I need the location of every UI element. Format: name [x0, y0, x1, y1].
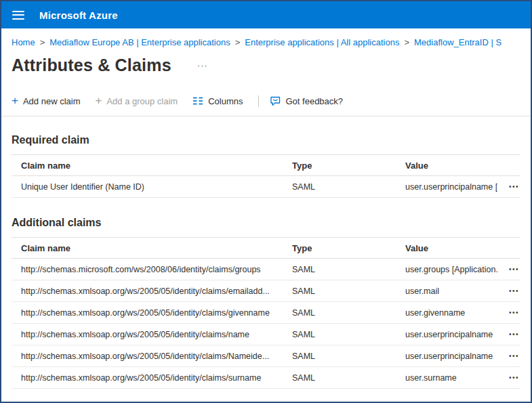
claim-value-cell: user.surname	[405, 373, 497, 383]
claim-type-cell: SAML	[292, 373, 405, 383]
page-header: Attributes & Claims ···	[1, 47, 531, 75]
page-title: Attributes & Claims	[12, 56, 171, 75]
table-row[interactable]: http://schemas.xmlsoap.org/ws/2005/05/id…	[12, 302, 520, 324]
add-icon: +	[95, 96, 102, 106]
row-more-button[interactable]: •••	[508, 284, 520, 297]
add-new-claim-label: Add new claim	[23, 96, 81, 106]
columns-button[interactable]: Columns	[192, 94, 243, 108]
claim-type-cell: SAML	[292, 265, 405, 274]
claim-value-cell: user.userprincipalname	[405, 352, 497, 361]
claim-name-cell: Unique User Identifier (Name ID)	[12, 182, 292, 192]
row-more-button[interactable]: •••	[508, 180, 520, 193]
topbar-title: Microsoft Azure	[39, 9, 118, 21]
table-row[interactable]: http://schemas.xmlsoap.org/ws/2005/05/id…	[12, 280, 520, 302]
table-row[interactable]: http://schemas.xmlsoap.org/ws/2005/05/id…	[12, 345, 520, 367]
breadcrumb-separator: >	[235, 37, 241, 47]
value-header: Value	[405, 161, 497, 171]
required-claim-table: Claim name Type Value Unique User Identi…	[12, 154, 520, 198]
claim-name-cell: http://schemas.xmlsoap.org/ws/2005/05/id…	[12, 308, 292, 318]
row-more-button[interactable]: •••	[508, 263, 520, 276]
breadcrumb-mediaflow-entraid[interactable]: Mediaflow_EntraID | S	[414, 37, 502, 47]
breadcrumb: Home > Mediaflow Europe AB | Enterprise …	[1, 28, 531, 47]
claim-type-cell: SAML	[292, 330, 405, 339]
table-row[interactable]: http://schemas.xmlsoap.org/ws/2005/05/id…	[12, 367, 520, 389]
claim-type-cell: SAML	[292, 308, 405, 318]
breadcrumb-separator: >	[40, 37, 45, 47]
table-header-row: Claim name Type Value	[12, 155, 520, 176]
feedback-icon	[270, 96, 281, 106]
claim-value-cell: user.givenname	[405, 308, 497, 318]
claim-name-cell: http://schemas.xmlsoap.org/ws/2005/05/id…	[12, 287, 292, 296]
claim-value-cell: user.mail	[405, 287, 497, 296]
type-header: Type	[292, 161, 405, 171]
row-more-button[interactable]: •••	[508, 349, 520, 362]
claim-value-cell: user.groups [Application...	[405, 265, 497, 274]
row-more-button[interactable]: •••	[508, 328, 520, 341]
azure-portal-window: Microsoft Azure Home > Mediaflow Europe …	[0, 0, 532, 403]
claim-value-cell: user.userprincipalname [...	[405, 182, 497, 192]
claim-type-cell: SAML	[292, 287, 405, 296]
row-more-button[interactable]: •••	[508, 371, 520, 384]
claim-type-cell: SAML	[292, 182, 405, 192]
value-header: Value	[405, 243, 497, 253]
toolbar-divider	[258, 96, 259, 107]
add-icon: +	[12, 96, 18, 106]
additional-claims-section-title: Additional claims	[1, 198, 531, 237]
breadcrumb-separator: >	[404, 37, 409, 47]
menu-icon[interactable]	[12, 11, 24, 20]
add-new-claim-button[interactable]: + Add new claim	[12, 95, 80, 108]
claim-name-cell: http://schemas.xmlsoap.org/ws/2005/05/id…	[12, 330, 292, 339]
required-claim-section-title: Required claim	[1, 116, 531, 154]
row-more-button[interactable]: •••	[508, 306, 520, 319]
columns-icon	[192, 96, 203, 106]
type-header: Type	[292, 243, 405, 253]
add-group-claim-label: Add a group claim	[106, 96, 178, 106]
claim-name-cell: http://schemas.microsoft.com/ws/2008/06/…	[12, 265, 292, 274]
table-row[interactable]: http://schemas.xmlsoap.org/ws/2005/05/id…	[12, 324, 520, 345]
breadcrumb-all-applications[interactable]: Enterprise applications | All applicatio…	[245, 37, 399, 47]
page-more-button[interactable]: ···	[195, 59, 211, 72]
table-row[interactable]: http://schemas.microsoft.com/ws/2008/06/…	[12, 259, 520, 280]
feedback-label: Got feedback?	[286, 96, 344, 106]
claim-value-cell: user.userprincipalname	[405, 330, 497, 339]
claim-name-cell: http://schemas.xmlsoap.org/ws/2005/05/id…	[12, 352, 292, 361]
claim-name-cell: http://schemas.xmlsoap.org/ws/2005/05/id…	[12, 373, 292, 383]
claim-name-header: Claim name	[12, 243, 292, 253]
feedback-button[interactable]: Got feedback?	[270, 94, 344, 108]
add-group-claim-button[interactable]: + Add a group claim	[95, 95, 178, 108]
breadcrumb-enterprise-app[interactable]: Mediaflow Europe AB | Enterprise applica…	[49, 37, 230, 47]
table-header-row: Claim name Type Value	[12, 238, 520, 259]
columns-label: Columns	[208, 96, 243, 106]
claim-name-header: Claim name	[12, 161, 292, 171]
table-row[interactable]: Unique User Identifier (Name ID) SAML us…	[12, 176, 520, 198]
claim-type-cell: SAML	[292, 352, 405, 361]
topbar: Microsoft Azure	[1, 1, 531, 28]
breadcrumb-home[interactable]: Home	[12, 37, 35, 47]
command-bar: + Add new claim + Add a group claim	[1, 75, 531, 109]
additional-claims-table: Claim name Type Value http://schemas.mic…	[12, 237, 520, 389]
